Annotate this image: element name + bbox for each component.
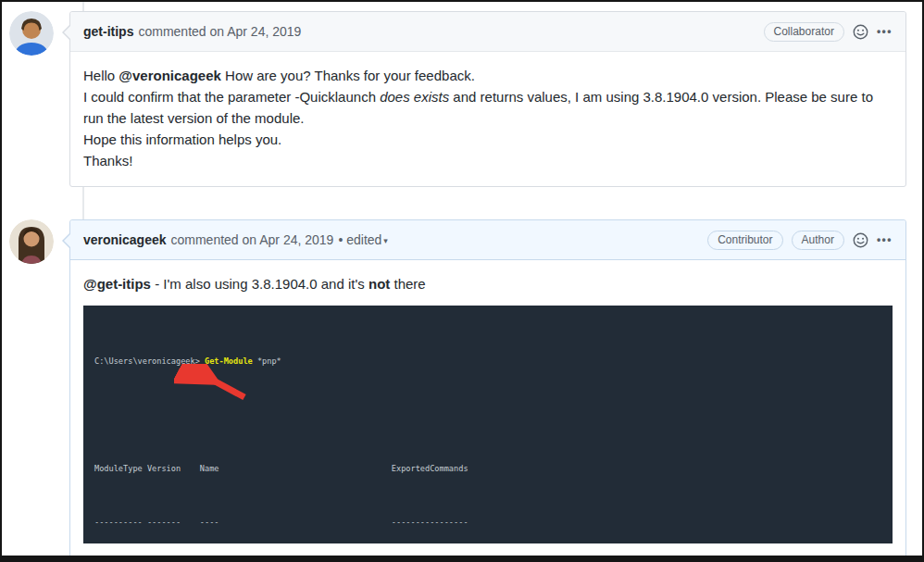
- bubble-caret: [64, 24, 72, 41]
- chevron-down-icon: ▾: [383, 236, 388, 245]
- avatar-get-itips[interactable]: [9, 11, 54, 56]
- comment-text-line: Hello @veronicageek How are you? Thanks …: [83, 65, 893, 86]
- comment-text-line: I could confirm that the parameter -Quic…: [83, 86, 893, 129]
- timeline-line: [82, 2, 84, 11]
- author-link[interactable]: veronicageek: [83, 232, 167, 247]
- comment-veronicageek: veronicageek commented on Apr 24, 2019 •…: [2, 219, 922, 559]
- comment-timestamp: commented on Apr 24, 2019: [171, 232, 334, 247]
- comment-text-line: @get-itips - I'm also using 3.8.1904.0 a…: [83, 273, 893, 294]
- comment-body: @get-itips - I'm also using 3.8.1904.0 a…: [70, 260, 905, 558]
- table-divider: ---------- ------- ---- ----------------: [94, 517, 881, 528]
- timeline-line: [82, 187, 84, 219]
- avatar-column: [2, 219, 69, 559]
- header-actions: Collaborator •••: [764, 22, 893, 42]
- terminal-output: C:\Users\veronicageek> Get-Module *pnp* …: [94, 313, 881, 543]
- author-link[interactable]: get-itips: [83, 24, 133, 39]
- issue-thread: get-itips commented on Apr 24, 2019 Coll…: [2, 2, 922, 559]
- avatar-column: [2, 11, 69, 187]
- comment-box: get-itips commented on Apr 24, 2019 Coll…: [69, 11, 906, 187]
- mention-link-get-itips[interactable]: @get-itips: [83, 276, 151, 292]
- comment-header: get-itips commented on Apr 24, 2019 Coll…: [70, 12, 905, 52]
- terminal-screenshot-image[interactable]: C:\Users\veronicageek> Get-Module *pnp* …: [83, 306, 893, 543]
- red-arrow-annotation: [174, 364, 253, 401]
- author-badge: Author: [792, 231, 844, 250]
- table-header: ModuleType Version Name ExportedCommands: [94, 463, 881, 474]
- comment-header: veronicageek commented on Apr 24, 2019 •…: [70, 220, 905, 260]
- edited-dropdown[interactable]: • edited▾: [338, 232, 387, 247]
- comment-text-line: Thanks!: [83, 150, 893, 171]
- mention-link-veronicageek[interactable]: @veronicageek: [119, 68, 221, 83]
- smiley-icon: [853, 232, 868, 248]
- contributor-badge: Contributor: [707, 231, 782, 250]
- comment-body: Hello @veronicageek How are you? Thanks …: [70, 52, 905, 186]
- avatar-veronicageek[interactable]: [9, 219, 54, 264]
- comment-box: veronicageek commented on Apr 24, 2019 •…: [69, 219, 906, 559]
- powershell-terminal: C:\Users\veronicageek> Get-Module *pnp* …: [83, 306, 893, 543]
- comment-text-line: Hope this information helps you.: [83, 129, 893, 150]
- comment-get-itips: get-itips commented on Apr 24, 2019 Coll…: [2, 11, 922, 187]
- kebab-menu-button[interactable]: •••: [877, 25, 893, 38]
- kebab-menu-button[interactable]: •••: [877, 233, 893, 246]
- bubble-caret: [64, 232, 72, 249]
- smiley-icon: [853, 24, 868, 40]
- comment-timestamp: commented on Apr 24, 2019: [138, 24, 301, 39]
- emoji-reaction-button[interactable]: [853, 24, 868, 40]
- issue-thread-frame: get-itips commented on Apr 24, 2019 Coll…: [0, 0, 924, 562]
- collaborator-badge: Collaborator: [764, 22, 844, 42]
- emoji-reaction-button[interactable]: [853, 232, 868, 248]
- header-actions: Contributor Author •••: [707, 231, 893, 250]
